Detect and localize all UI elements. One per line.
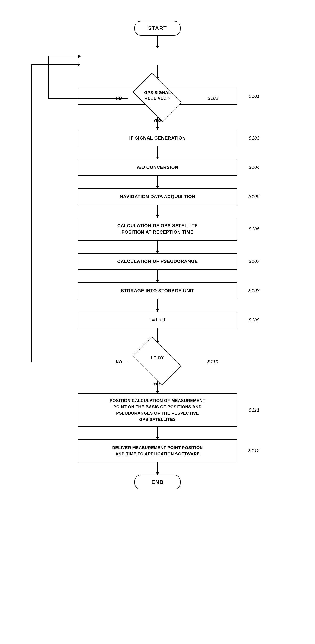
arrow-s101-s102 bbox=[157, 65, 158, 80]
arrow-s104-s105 bbox=[157, 176, 158, 188]
s107-label: S107 bbox=[248, 259, 260, 264]
s110-node: i = n? S110 NO YES bbox=[128, 343, 187, 381]
s106-node: CALCULATION OF GPS SATELLITE POSITION AT… bbox=[78, 218, 237, 240]
flowchart: START i = 0 S101 GPS SIGNAL RECEIVED ? S… bbox=[0, 8, 315, 644]
end-node: END bbox=[134, 475, 180, 490]
arrow-s112-end bbox=[157, 462, 158, 475]
s105-node: NAVIGATION DATA ACQUISITION S105 bbox=[78, 188, 237, 205]
s109-node: i = i + 1 S109 bbox=[78, 312, 237, 328]
arrow-s111-s112 bbox=[157, 427, 158, 439]
arrow-s110-s111 bbox=[157, 381, 158, 393]
s102-step: S102 bbox=[208, 96, 218, 101]
s104-node: A/D CONVERSION S104 bbox=[78, 159, 237, 176]
s112-node: DELIVER MEASUREMENT POINT POSITION AND T… bbox=[78, 439, 237, 462]
no-loop-arrow-right bbox=[78, 55, 81, 58]
no-loop-s102-horizontal bbox=[48, 98, 128, 98]
s108-label: S108 bbox=[248, 288, 260, 294]
arrow-s108-s109 bbox=[157, 299, 158, 312]
no-loop-s110-horizontal bbox=[31, 362, 128, 362]
no-loop-s110-vertical bbox=[31, 65, 32, 362]
s109-label: S109 bbox=[248, 317, 260, 323]
arrow-s102-s103 bbox=[157, 117, 158, 130]
no-loop-s102-top-h bbox=[48, 56, 79, 56]
arrow-s109-s110 bbox=[157, 328, 158, 343]
s112-label: S112 bbox=[248, 448, 260, 454]
arrow-s103-s104 bbox=[157, 146, 158, 159]
arrow-s105-s106 bbox=[157, 205, 158, 218]
s103-node: IF SIGNAL GENERATION S103 bbox=[78, 130, 237, 146]
no-loop-s110-arrow-right bbox=[78, 63, 80, 66]
s102-node: GPS SIGNAL RECEIVED ? S102 NO YES bbox=[128, 80, 187, 117]
start-node: START bbox=[134, 21, 180, 36]
s104-label: S104 bbox=[248, 164, 260, 170]
s110-step: S110 bbox=[208, 359, 218, 364]
s111-node: POSITION CALCULATION OF MEASUREMENT POIN… bbox=[78, 393, 237, 427]
s103-label: S103 bbox=[248, 135, 260, 141]
arrow-s107-s108 bbox=[157, 270, 158, 282]
arrow-s106-s107 bbox=[157, 240, 158, 253]
arrow-start-s101 bbox=[157, 36, 158, 48]
s105-label: S105 bbox=[248, 194, 260, 199]
s108-node: STORAGE INTO STORAGE UNIT S108 bbox=[78, 282, 237, 299]
no-loop-s102-vertical bbox=[48, 56, 48, 98]
s111-label: S111 bbox=[248, 406, 260, 414]
s106-label: S106 bbox=[248, 226, 260, 232]
s101-label: S101 bbox=[248, 94, 260, 99]
no-loop-s110-top-h bbox=[31, 64, 78, 65]
s107-node: CALCULATION OF PSEUDORANGE S107 bbox=[78, 253, 237, 270]
